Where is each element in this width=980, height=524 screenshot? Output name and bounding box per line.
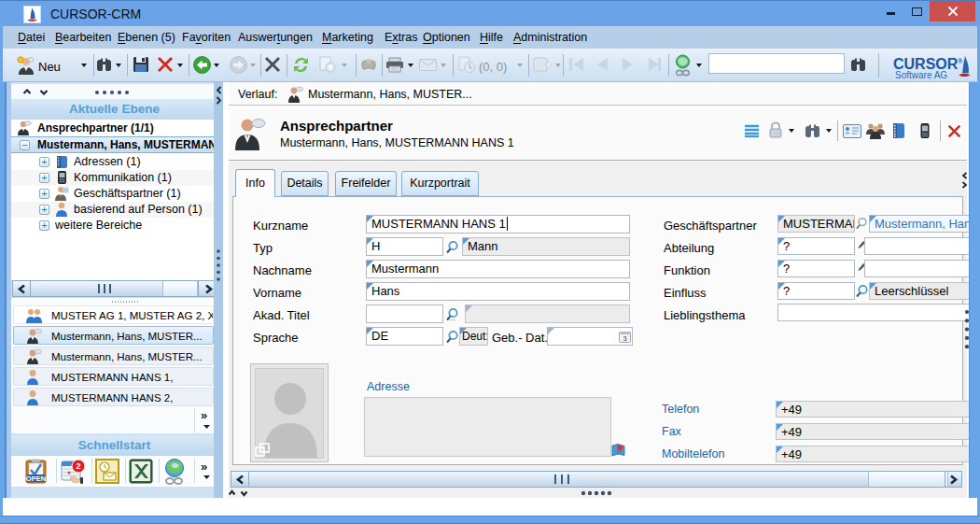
svg-text:OPEN: OPEN <box>26 474 46 483</box>
svg-text:2: 2 <box>76 461 80 471</box>
svg-text:3: 3 <box>623 334 626 343</box>
